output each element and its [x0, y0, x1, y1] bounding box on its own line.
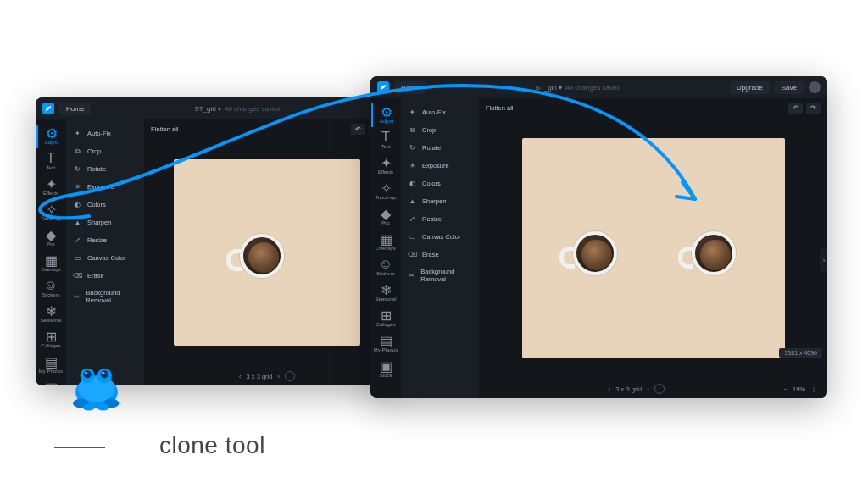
file-title: ST_girl ▾ All changes saved: [426, 84, 730, 92]
tool-panel: ✦Auto-Fix ⧉Crop ↻Rotate ☀Exposure ◐Color…: [401, 98, 479, 398]
rail-collages[interactable]: ⊞Collages: [36, 328, 65, 352]
zoom-level: 19%: [793, 385, 805, 393]
tool-canvascolor[interactable]: ▭Canvas Color: [66, 249, 144, 267]
frog-mascot: [63, 356, 131, 415]
tool-rotate[interactable]: ↻Rotate: [401, 139, 479, 157]
rail-adjust[interactable]: ⚙Adjust: [36, 125, 65, 148]
home-button[interactable]: Home: [59, 103, 91, 115]
rail-stock[interactable]: ▣Stock: [36, 379, 65, 385]
grid-toggle[interactable]: [654, 384, 665, 394]
image-canvas[interactable]: [522, 138, 785, 358]
tool-crop[interactable]: ⧉Crop: [66, 142, 144, 160]
rail-touchup[interactable]: ✧Touch-up: [371, 180, 400, 203]
grid-label: 3 x 3 grid: [615, 385, 642, 393]
grid-next[interactable]: ›: [647, 385, 649, 393]
grid-prev[interactable]: ‹: [239, 373, 242, 380]
tool-sharpen[interactable]: ▲Sharpen: [66, 214, 144, 231]
undo-button[interactable]: ↶: [351, 124, 365, 135]
editor-window-before: Home ST_girl ▾ All changes saved ⚙Adjust…: [36, 97, 390, 385]
svg-point-11: [97, 404, 109, 411]
panel-collapse-right[interactable]: ›: [820, 248, 827, 272]
rail-overlays[interactable]: ▦Overlays: [36, 252, 65, 275]
tool-colors[interactable]: ◐Colors: [401, 175, 479, 192]
flatten-button[interactable]: Flatten all: [151, 125, 179, 133]
caption-text: clone tool: [159, 432, 265, 459]
svg-point-4: [83, 370, 91, 378]
app-logo[interactable]: [42, 103, 54, 114]
tool-erase[interactable]: ⌫Erase: [66, 267, 144, 285]
topbar: Home ST_girl ▾ All changes saved: [36, 97, 390, 119]
canvas-area: Flatten all ↶↷ › 3381: [479, 98, 827, 398]
svg-point-5: [101, 370, 108, 378]
tool-resize[interactable]: ⤢Resize: [401, 210, 479, 228]
tool-autofix[interactable]: ✦Auto-Fix: [401, 103, 479, 121]
topbar: Home ST_girl ▾ All changes saved Upgrade…: [370, 76, 827, 98]
grid-label: 3 x 3 grid: [247, 373, 273, 380]
tool-bgremoval[interactable]: ✂Background Removal: [401, 263, 479, 287]
tool-canvascolor[interactable]: ▭Canvas Color: [401, 228, 479, 246]
image-canvas[interactable]: [174, 159, 360, 346]
tool-resize[interactable]: ⤢Resize: [66, 231, 144, 249]
tool-bgremoval[interactable]: ✂Background Removal: [66, 285, 144, 308]
home-button[interactable]: Home: [394, 81, 426, 94]
editor-window-after: Home ST_girl ▾ All changes saved Upgrade…: [370, 76, 827, 398]
svg-point-6: [85, 372, 87, 374]
tool-exposure[interactable]: ☀Exposure: [401, 157, 479, 175]
tool-sharpen[interactable]: ▲Sharpen: [401, 192, 479, 210]
grid-next[interactable]: ›: [277, 373, 280, 380]
save-button[interactable]: Save: [775, 81, 804, 94]
app-logo[interactable]: [377, 81, 389, 93]
rail-collages[interactable]: ⊞Collages: [371, 307, 400, 330]
rail-effects[interactable]: ✦Effects: [36, 175, 65, 199]
rail-stickers[interactable]: ☺Stickers: [371, 256, 400, 280]
tool-autofix[interactable]: ✦Auto-Fix: [66, 125, 144, 142]
rail-text[interactable]: TText: [36, 150, 65, 174]
grid-prev[interactable]: ‹: [609, 385, 611, 393]
user-avatar[interactable]: [809, 81, 821, 93]
rail-overlays[interactable]: ▦Overlays: [371, 230, 400, 254]
file-title: ST_girl ▾ All changes saved: [91, 105, 383, 113]
rail-myphotos[interactable]: ▤My Photos: [36, 353, 65, 377]
redo-button[interactable]: ↷: [806, 103, 821, 114]
tool-crop[interactable]: ⧉Crop: [401, 121, 479, 139]
upgrade-button[interactable]: Upgrade: [730, 81, 770, 94]
tool-exposure[interactable]: ☀Exposure: [66, 178, 144, 196]
canvas-area: Flatten all ↶↷ ‹3 x 3 grid›: [144, 119, 390, 385]
rail-stock[interactable]: ▣Stock: [371, 358, 400, 381]
undo-button[interactable]: ↶: [788, 103, 803, 114]
rail-stickers[interactable]: ☺Stickers: [36, 277, 65, 301]
rail-text[interactable]: TText: [371, 129, 400, 152]
tool-colors[interactable]: ◐Colors: [66, 196, 144, 214]
rail-seasonal[interactable]: ❄Seasonal: [371, 281, 400, 305]
caption-underline: [54, 447, 105, 448]
rail-adjust[interactable]: ⚙Adjust: [371, 103, 400, 127]
zoom-out[interactable]: −: [784, 385, 787, 393]
rail-myphotos[interactable]: ▤My Photos: [371, 332, 400, 356]
svg-point-7: [102, 372, 104, 374]
rail-touchup[interactable]: ✧Touch-up: [36, 201, 65, 225]
flatten-button[interactable]: Flatten all: [486, 104, 514, 112]
grid-toggle[interactable]: [285, 371, 295, 381]
zoom-menu[interactable]: ⋮: [810, 385, 817, 393]
rail-pro[interactable]: ◆Pro: [371, 205, 400, 229]
left-rail: ⚙Adjust TText ✦Effects ✧Touch-up ◆Pro ▦O…: [36, 119, 66, 385]
tool-erase[interactable]: ⌫Erase: [401, 246, 479, 263]
left-rail: ⚙Adjust TText ✦Effects ✧Touch-up ◆Pro ▦O…: [370, 98, 401, 398]
rail-effects[interactable]: ✦Effects: [371, 154, 400, 178]
svg-point-10: [83, 404, 95, 411]
rail-seasonal[interactable]: ❄Seasonal: [36, 302, 65, 326]
dimensions-badge: 3381 x 4096: [779, 348, 822, 358]
rail-pro[interactable]: ◆Pro: [36, 226, 65, 250]
tool-panel: ✦Auto-Fix ⧉Crop ↻Rotate ☀Exposure ◐Color…: [66, 119, 144, 385]
tool-rotate[interactable]: ↻Rotate: [66, 160, 144, 178]
